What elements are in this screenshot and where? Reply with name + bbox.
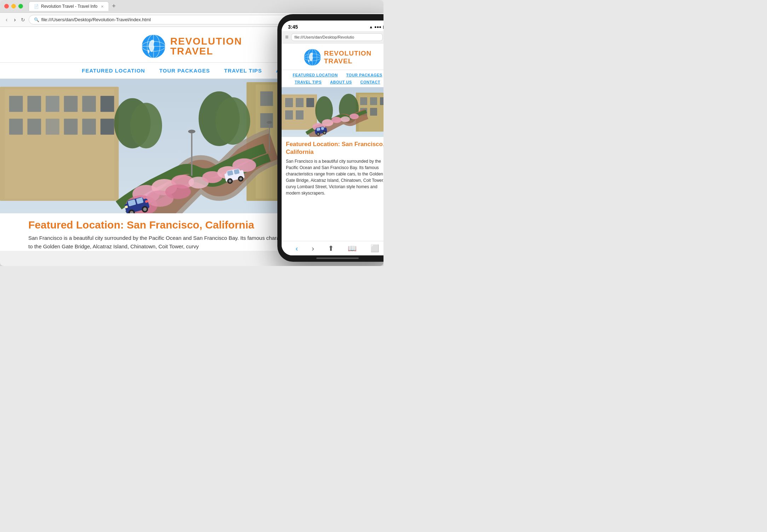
svg-rect-16 — [46, 119, 59, 135]
nav-packages[interactable]: TOUR PACKAGES — [159, 68, 210, 74]
search-icon: 🔍 — [34, 17, 39, 22]
phone-browser-bar: ≡ file:///Users/dan/Desktop/Revolutio ↻ — [282, 31, 384, 44]
phone-logo-revolution: REVOLUTION — [324, 50, 372, 57]
svg-rect-81 — [296, 110, 304, 120]
phone-bottom-bar: ‹ › ⬆ 📖 ⬜ — [282, 241, 384, 255]
traffic-lights — [4, 4, 23, 8]
svg-rect-86 — [380, 97, 384, 105]
active-tab[interactable]: 📄 Revolution Travel - Travel Info ✕ — [29, 1, 109, 11]
phone-nav-contact[interactable]: CONTACT — [360, 80, 380, 84]
svg-rect-84 — [360, 97, 367, 105]
svg-rect-18 — [82, 119, 96, 135]
logo-text: REVOLUTION TRAVEL — [170, 36, 242, 56]
svg-point-46 — [165, 184, 191, 199]
tab-page-icon: 📄 — [34, 4, 39, 9]
svg-rect-10 — [46, 96, 59, 112]
maximize-button[interactable] — [18, 4, 23, 8]
svg-rect-15 — [27, 119, 41, 135]
svg-rect-13 — [100, 96, 114, 112]
phone-menu-icon[interactable]: ≡ — [285, 34, 288, 40]
tab-close-icon[interactable]: ✕ — [101, 5, 104, 8]
phone-back-button[interactable]: ‹ — [296, 244, 298, 253]
svg-rect-85 — [370, 97, 377, 105]
phone-time: 3:45 — [288, 24, 298, 30]
outer-wrapper: 📄 Revolution Travel - Travel Info ✕ + ‹ … — [0, 0, 384, 266]
svg-rect-78 — [296, 98, 304, 107]
svg-rect-88 — [370, 108, 377, 116]
svg-rect-80 — [285, 110, 293, 120]
svg-rect-14 — [9, 119, 23, 135]
phone-logo-travel: TRAVEL — [324, 57, 372, 65]
forward-button[interactable]: › — [12, 16, 17, 24]
nav-tips[interactable]: TRAVEL TIPS — [224, 68, 262, 74]
svg-rect-11 — [64, 96, 78, 112]
phone-hero-image — [282, 87, 384, 137]
phone-site-header: REVOLUTION TRAVEL — [282, 44, 384, 70]
phone-logo-text: REVOLUTION TRAVEL — [324, 50, 372, 65]
logo-travel: TRAVEL — [170, 46, 242, 56]
svg-rect-12 — [82, 96, 96, 112]
phone-status-icons: ▲ ●●● ▮▮ — [369, 25, 384, 29]
phone-status-bar: 3:45 ▲ ●●● ▮▮ — [282, 21, 384, 31]
battery-icon: ▮▮ — [383, 25, 384, 29]
svg-rect-79 — [306, 98, 314, 107]
wifi-icon: ▲ — [369, 25, 373, 29]
url-text: file:///Users/dan/Desktop/Revolution-Tra… — [41, 17, 151, 22]
phone-site-nav: FEATURED LOCATION TOUR PACKAGES TRAVEL T… — [282, 70, 384, 87]
tab-label: Revolution Travel - Travel Info — [41, 4, 97, 9]
svg-rect-77 — [285, 98, 293, 107]
logo-globe-icon — [141, 34, 166, 59]
close-button[interactable] — [4, 4, 9, 8]
svg-rect-8 — [9, 96, 23, 112]
phone-nav-tips[interactable]: TRAVEL TIPS — [295, 80, 322, 84]
svg-rect-22 — [260, 91, 273, 106]
new-tab-button[interactable]: + — [109, 2, 119, 10]
refresh-button[interactable]: ↻ — [21, 17, 25, 23]
svg-rect-17 — [64, 119, 78, 135]
svg-point-93 — [331, 117, 341, 123]
phone-forward-button[interactable]: › — [312, 244, 314, 253]
svg-point-94 — [341, 116, 350, 122]
phone-screen: 3:45 ▲ ●●● ▮▮ ≡ file:///Users/dan/Des — [282, 21, 384, 255]
main-layout: REVOLUTION TRAVEL FEATURED LOCATION TOUR… — [0, 27, 384, 251]
svg-point-95 — [350, 114, 359, 119]
phone-featured-title: Featured Location: San Francisco, Califo… — [282, 137, 384, 158]
svg-rect-19 — [100, 119, 114, 135]
tab-bar: 📄 Revolution Travel - Travel Info ✕ + — [29, 1, 379, 11]
phone-nav-featured[interactable]: FEATURED LOCATION — [293, 73, 338, 77]
phone-bookmarks-button[interactable]: 📖 — [348, 244, 357, 253]
nav-featured[interactable]: FEATURED LOCATION — [82, 68, 145, 74]
svg-point-36 — [215, 97, 250, 145]
svg-point-66 — [188, 130, 196, 133]
phone-nav-packages[interactable]: TOUR PACKAGES — [346, 73, 382, 77]
phone-share-button[interactable]: ⬆ — [328, 244, 334, 253]
phone-url-text: file:///Users/dan/Desktop/Revolutio — [294, 35, 354, 39]
phone-hero-svg — [282, 87, 384, 137]
logo-revolution: REVOLUTION — [170, 36, 242, 46]
phone-url-bar[interactable]: file:///Users/dan/Desktop/Revolutio — [291, 33, 383, 41]
svg-rect-9 — [27, 96, 41, 112]
phone-website: REVOLUTION TRAVEL FEATURED LOCATION TOUR… — [282, 44, 384, 241]
title-bar: 📄 Revolution Travel - Travel Info ✕ + — [0, 0, 384, 13]
signal-icon: ●●● — [374, 25, 381, 29]
minimize-button[interactable] — [11, 4, 16, 8]
svg-point-34 — [130, 103, 162, 148]
phone-nav-about[interactable]: ABOUT US — [330, 80, 352, 84]
phone-tabs-button[interactable]: ⬜ — [370, 244, 379, 253]
svg-rect-28 — [260, 113, 273, 128]
phone-home-indicator — [316, 258, 359, 259]
phone-featured-desc: San Francisco is a beautiful city surrou… — [282, 158, 384, 196]
phone-logo-globe-icon — [304, 48, 321, 66]
svg-point-68 — [267, 121, 272, 124]
phone-overlay: 3:45 ▲ ●●● ▮▮ ≡ file:///Users/dan/Des — [277, 14, 384, 262]
browser-window: 📄 Revolution Travel - Travel Info ✕ + ‹ … — [0, 0, 384, 266]
phone-body: 3:45 ▲ ●●● ▮▮ ≡ file:///Users/dan/Des — [277, 14, 384, 262]
back-button[interactable]: ‹ — [4, 16, 9, 24]
